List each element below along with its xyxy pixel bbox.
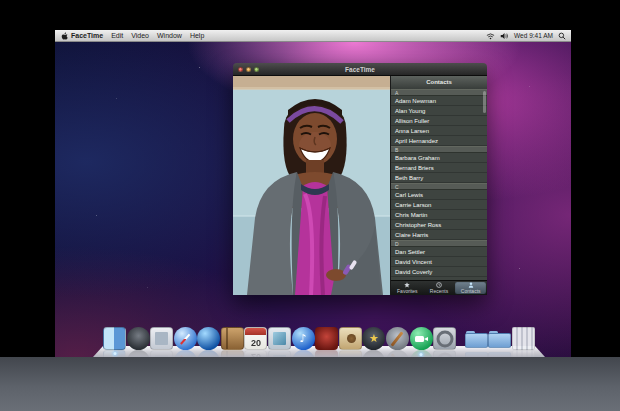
contact-row[interactable]: Alan Young [391, 106, 487, 116]
facetime-window: FaceTime [233, 63, 487, 295]
dock-itunes-icon[interactable]: ♪ [292, 327, 315, 350]
spotlight-icon[interactable] [558, 32, 566, 40]
contact-row[interactable]: Beth Barry [391, 173, 487, 183]
dock-ical-icon[interactable]: 20 [244, 327, 267, 350]
contact-row[interactable]: April Hernandez [391, 136, 487, 146]
menu-bar: FaceTimeEditVideoWindowHelp Wed 9:41 AM [55, 30, 571, 42]
caller-video-frame [233, 76, 390, 295]
dock-photobooth-icon[interactable] [315, 327, 338, 350]
contact-row[interactable]: David Coverly [391, 267, 487, 277]
window-title: FaceTime [233, 66, 487, 73]
contact-row[interactable]: Allison Fuller [391, 116, 487, 126]
imovie-glyph: ★ [362, 327, 385, 350]
close-button[interactable] [238, 67, 243, 72]
zoom-button[interactable] [254, 67, 259, 72]
wifi-icon[interactable] [486, 32, 495, 40]
tab-label: Favorites [397, 289, 418, 294]
contact-row[interactable]: Barbara Graham [391, 153, 487, 163]
minimize-button[interactable] [246, 67, 251, 72]
dock-preview-icon[interactable] [268, 327, 291, 350]
running-indicator [113, 352, 116, 355]
tab-favorites[interactable]: Favorites [392, 282, 423, 294]
contacts-tabbar: FavoritesRecentsContacts [391, 280, 487, 295]
contact-row[interactable]: Carl Lewis [391, 190, 487, 200]
contact-row[interactable]: Bernard Briers [391, 163, 487, 173]
ical-day-label: 20 [245, 339, 266, 348]
dock-addressbook-icon[interactable] [221, 327, 244, 350]
contact-row[interactable]: Christopher Ross [391, 220, 487, 230]
itunes-glyph: ♪ [292, 327, 315, 350]
contact-section-b: B [391, 146, 487, 153]
contact-section-a: A [391, 89, 487, 96]
stage-floor [0, 357, 620, 411]
menu-bar-clock[interactable]: Wed 9:41 AM [514, 32, 553, 39]
video-preview [233, 76, 390, 295]
traffic-lights [238, 67, 259, 72]
contacts-panel: Contacts AAdam NewmanAlan YoungAllison F… [390, 76, 487, 295]
apple-menu[interactable] [60, 31, 69, 41]
menu-bar-status: Wed 9:41 AM [486, 32, 566, 40]
dock-trash-icon[interactable] [512, 327, 535, 350]
dock-icons: 20♪★ [103, 327, 535, 350]
volume-icon[interactable] [500, 32, 509, 40]
dock-finder-icon[interactable] [103, 327, 126, 350]
contact-row[interactable]: Anna Larsen [391, 126, 487, 136]
contact-row[interactable]: Dan Settler [391, 247, 487, 257]
keynote-stage: FaceTimeEditVideoWindowHelp Wed 9:41 AM [0, 0, 620, 411]
scrollbar-thumb[interactable] [483, 91, 486, 113]
running-indicator [420, 353, 423, 356]
contact-list[interactable]: AAdam NewmanAlan YoungAllison FullerAnna… [391, 89, 487, 280]
dock-safari-icon[interactable] [174, 327, 197, 350]
menu-facetime[interactable]: FaceTime [71, 30, 103, 42]
menu-edit[interactable]: Edit [111, 30, 123, 42]
menu-window[interactable]: Window [157, 30, 182, 42]
tab-label: Contacts [461, 289, 481, 294]
dock-dashboard-icon[interactable] [127, 327, 150, 350]
contact-row[interactable]: Claire Harris [391, 230, 487, 240]
dock-folder-icon[interactable] [465, 327, 488, 350]
menu-video[interactable]: Video [131, 30, 149, 42]
contact-row[interactable]: David Vincent [391, 257, 487, 267]
contact-row[interactable]: Carrie Larson [391, 200, 487, 210]
dock-mail-icon[interactable] [150, 327, 173, 350]
dock-ichat-icon[interactable] [197, 327, 220, 350]
contact-row[interactable]: Adam Newman [391, 96, 487, 106]
tab-contacts[interactable]: Contacts [455, 282, 486, 294]
menu-help[interactable]: Help [190, 30, 204, 42]
tab-label: Recents [430, 289, 448, 294]
dock-sysprefs-icon[interactable] [433, 327, 456, 350]
menu-items: FaceTimeEditVideoWindowHelp [71, 30, 204, 42]
contact-section-d: D [391, 240, 487, 247]
contact-row[interactable]: Chris Martin [391, 210, 487, 220]
dock: 20♪★ [93, 319, 545, 357]
tab-recents[interactable]: Recents [424, 282, 455, 294]
window-body: Contacts AAdam NewmanAlan YoungAllison F… [233, 76, 487, 295]
apple-logo-icon [60, 31, 69, 41]
dock-folder-icon[interactable] [488, 327, 511, 350]
contact-section-c: C [391, 183, 487, 190]
window-titlebar[interactable]: FaceTime [233, 63, 487, 76]
contacts-panel-header: Contacts [391, 76, 487, 89]
mac-desktop: FaceTimeEditVideoWindowHelp Wed 9:41 AM [55, 30, 571, 357]
dock-facetime-icon[interactable] [410, 327, 433, 350]
dock-iphoto-icon[interactable] [339, 327, 362, 350]
dock-imovie-icon[interactable]: ★ [362, 327, 385, 350]
dock-garageband-icon[interactable] [386, 327, 409, 350]
